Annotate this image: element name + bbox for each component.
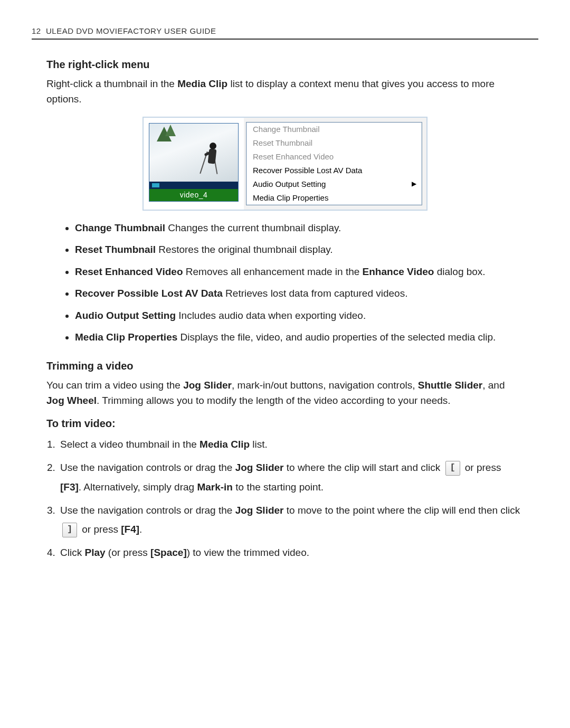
text: .	[139, 524, 142, 535]
text-bold: Jog Slider	[235, 505, 284, 516]
step-item: Click Play (or press [Space]) to view th…	[58, 543, 524, 562]
text: to where the clip will start and click	[284, 462, 443, 473]
bullet-list-menu-items: Change Thumbnail Changes the current thu…	[46, 220, 524, 345]
menu-item-reset-enhanced-video[interactable]: Reset Enhanced Video	[246, 150, 422, 164]
text-bold: Jog Wheel	[46, 395, 97, 406]
term: Reset Thumbnail	[75, 244, 156, 255]
list-item: Reset Thumbnail Restores the original th…	[75, 242, 524, 257]
menu-item-label: Recover Possible Lost AV Data	[253, 166, 362, 175]
list-item: Recover Possible Lost AV Data Retrieves …	[75, 286, 524, 301]
page: 12 ULEAD DVD MOVIEFACTORY USER GUIDE The…	[0, 0, 570, 728]
term: Change Thumbnail	[75, 222, 165, 233]
list-item: Audio Output Setting Includes audio data…	[75, 308, 524, 323]
text: to the starting point.	[233, 481, 324, 493]
desc-bold: Enhance Video	[363, 266, 434, 277]
menu-item-label: Audio Output Setting	[253, 179, 326, 188]
menu-item-recover-av-data[interactable]: Recover Possible Lost AV Data	[246, 164, 422, 177]
menu-item-label: Media Clip Properties	[253, 193, 328, 202]
mark-in-icon: [	[445, 461, 460, 476]
desc: Includes audio data when exporting video…	[176, 310, 366, 321]
desc: Displays the file, video, and audio prop…	[177, 332, 496, 343]
mark-out-icon: ]	[62, 523, 77, 537]
text: . Alternatively, simply drag	[79, 481, 197, 493]
term: Media Clip Properties	[75, 332, 177, 343]
text-bold: [Space]	[150, 547, 187, 558]
text-bold: [F4]	[121, 524, 139, 535]
text-bold: Media Clip	[177, 78, 227, 89]
desc: Retrieves lost data from captured videos…	[223, 288, 408, 299]
text: You can trim a video using the	[46, 380, 183, 391]
heading-to-trim-video: To trim video:	[46, 418, 524, 430]
step-item: Select a video thumbnail in the Media Cl…	[58, 435, 524, 454]
text: to move to the point where the clip will…	[284, 505, 520, 516]
text-bold: Jog Slider	[183, 380, 232, 391]
paragraph-rcm-intro: Right-click a thumbnail in the Media Cli…	[46, 76, 524, 107]
desc: dialog box.	[434, 266, 485, 277]
context-menu-column: Change Thumbnail Reset Thumbnail Reset E…	[244, 118, 426, 210]
desc: Removes all enhancement made in the	[183, 266, 363, 277]
context-menu: Change Thumbnail Reset Thumbnail Reset E…	[246, 122, 422, 205]
step-item: Use the navigation controls or drag the …	[58, 458, 524, 496]
steps-list: Select a video thumbnail in the Media Cl…	[46, 435, 524, 562]
desc: Restores the original thumbnail display.	[156, 244, 333, 255]
submenu-arrow-icon: ▶	[412, 180, 416, 187]
menu-item-label: Reset Enhanced Video	[253, 152, 334, 161]
text: Use the navigation controls or drag the	[60, 462, 235, 473]
thumbnail-column: video_4	[144, 118, 244, 210]
term: Audio Output Setting	[75, 310, 176, 321]
text: . Trimming allows you to modify the leng…	[97, 395, 451, 406]
thumbnail-image	[149, 124, 238, 182]
text: Click	[60, 547, 84, 558]
text-bold: [F3]	[60, 481, 79, 493]
text: or press	[462, 462, 501, 473]
running-title: ULEAD DVD MOVIEFACTORY USER GUIDE	[46, 26, 216, 35]
menu-item-label: Change Thumbnail	[253, 125, 319, 134]
text: or press	[79, 524, 121, 535]
thumbnail-selected[interactable]: video_4	[149, 123, 239, 202]
running-header: 12 ULEAD DVD MOVIEFACTORY USER GUIDE	[32, 26, 538, 40]
text: , mark-in/out buttons, navigation contro…	[232, 380, 418, 391]
figure-context-menu: video_4 Change Thumbnail Reset Thumbnail…	[142, 117, 428, 211]
text: , and	[482, 380, 505, 391]
text-bold: Jog Slider	[235, 462, 284, 473]
text: Right-click a thumbnail in the	[46, 78, 177, 89]
text-bold: Media Clip	[200, 439, 250, 450]
heading-trimming-video: Trimming a video	[46, 360, 524, 372]
page-number: 12	[32, 26, 41, 35]
list-item: Media Clip Properties Displays the file,…	[75, 329, 524, 345]
menu-item-media-clip-properties[interactable]: Media Clip Properties	[246, 191, 422, 205]
menu-item-label: Reset Thumbnail	[253, 138, 312, 147]
desc: Changes the current thumbnail display.	[165, 222, 341, 233]
text-bold: Play	[84, 547, 105, 558]
thumbnail-filmstrip	[149, 182, 238, 189]
text: ) to view the trimmed video.	[187, 547, 309, 558]
list-item: Change Thumbnail Changes the current thu…	[75, 220, 524, 235]
term: Recover Possible Lost AV Data	[75, 288, 223, 299]
term: Reset Enhanced Video	[75, 266, 183, 277]
text: Select a video thumbnail in the	[60, 439, 200, 450]
paragraph-trim-intro: You can trim a video using the Jog Slide…	[46, 377, 524, 409]
thumbnail-caption: video_4	[149, 189, 238, 201]
text: (or press	[106, 547, 151, 558]
text-bold: Shuttle Slider	[418, 380, 482, 391]
content-area: The right-click menu Right-click a thumb…	[32, 59, 538, 562]
text-bold: Mark-in	[197, 481, 233, 493]
list-item: Reset Enhanced Video Removes all enhance…	[75, 264, 524, 279]
step-item: Use the navigation controls or drag the …	[58, 501, 524, 539]
menu-item-change-thumbnail[interactable]: Change Thumbnail	[246, 122, 422, 136]
text: list.	[250, 439, 268, 450]
heading-right-click-menu: The right-click menu	[46, 59, 524, 71]
menu-item-reset-thumbnail[interactable]: Reset Thumbnail	[246, 136, 422, 150]
text: Use the navigation controls or drag the	[60, 505, 235, 516]
menu-item-audio-output-setting[interactable]: Audio Output Setting▶	[246, 177, 422, 191]
